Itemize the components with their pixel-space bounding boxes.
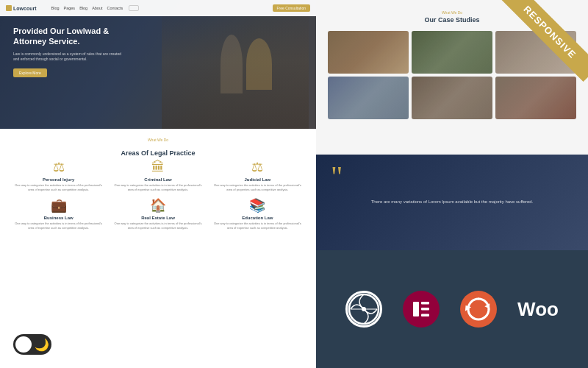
person-shape-1 bbox=[246, 38, 272, 90]
legal-item-judicial-law: ⚖ Judicial Law One way to categorize the… bbox=[211, 159, 304, 191]
hero-section: Lowcourt Blog Pages Blog About Contacts … bbox=[0, 0, 316, 129]
legal-item-real-estate: 🏠 Real Estate Law One way to categorize … bbox=[111, 197, 204, 230]
toggle-track[interactable]: 🌙 bbox=[13, 334, 51, 355]
areas-subtitle: What We Do bbox=[12, 138, 304, 142]
navigation: Lowcourt Blog Pages Blog About Contacts … bbox=[0, 0, 316, 16]
hero-content: Provided Our Lowlwad & Attorney Service.… bbox=[13, 26, 131, 77]
criminal-law-title: Criminal Law bbox=[111, 177, 204, 182]
elementor-badge bbox=[403, 291, 440, 328]
hero-description: Law is commonly understood as a system o… bbox=[13, 52, 123, 63]
nav-link-contacts[interactable]: Contacts bbox=[107, 6, 123, 10]
business-law-title: Business Law bbox=[12, 216, 105, 220]
business-law-icon: 💼 bbox=[51, 197, 67, 213]
logo-text: Lowcourt bbox=[13, 6, 37, 11]
testimonial-text: There are many variations of Lorem Ipsum… bbox=[371, 199, 534, 206]
judicial-law-icon: ⚖ bbox=[249, 159, 265, 175]
business-law-desc: One way to categorize the activities is … bbox=[12, 222, 105, 230]
criminal-law-icon: 🏛 bbox=[150, 159, 166, 175]
woocommerce-badge bbox=[460, 291, 497, 328]
personal-injury-desc: One way to categorize the activities is … bbox=[12, 183, 105, 191]
logo-icon bbox=[6, 5, 12, 11]
search-box[interactable] bbox=[129, 5, 139, 11]
nav-cta-button[interactable]: Free Consultation bbox=[273, 4, 310, 12]
svg-rect-3 bbox=[413, 302, 419, 316]
elementor-icon bbox=[403, 291, 440, 328]
testimonial-section: There are many variations of Lorem Ipsum… bbox=[316, 155, 588, 250]
education-law-title: Education Law bbox=[211, 216, 304, 220]
nav-links: Blog Pages Blog About Contacts bbox=[51, 6, 123, 10]
case-image-1 bbox=[328, 31, 409, 74]
judicial-law-desc: One way to categorize the activities is … bbox=[211, 183, 304, 191]
moon-icon: 🌙 bbox=[35, 338, 49, 352]
legal-item-business-law: 💼 Business Law One way to categorize the… bbox=[12, 197, 105, 230]
responsive-badge: RESPONSIVE bbox=[485, 0, 588, 103]
wordpress-badge bbox=[345, 291, 382, 328]
criminal-law-desc: One way to categorize the activities is … bbox=[111, 183, 204, 191]
real-estate-desc: One way to categorize the activities is … bbox=[111, 222, 204, 230]
hero-people bbox=[162, 16, 309, 129]
case-image-5 bbox=[412, 77, 492, 119]
toggle-thumb bbox=[15, 336, 32, 353]
hero-cta-button[interactable]: Explore More bbox=[13, 68, 47, 77]
left-panel: Lowcourt Blog Pages Blog About Contacts … bbox=[0, 0, 316, 368]
personal-injury-icon: ⚖ bbox=[51, 159, 67, 175]
case-image-2 bbox=[412, 31, 492, 74]
real-estate-icon: 🏠 bbox=[150, 197, 166, 213]
woocommerce-icon bbox=[460, 291, 497, 328]
legal-item-education-law: 📚 Education Law One way to categorize th… bbox=[211, 197, 304, 230]
case-image-4 bbox=[328, 77, 409, 119]
svg-rect-4 bbox=[421, 302, 429, 305]
person-shape-2 bbox=[220, 35, 243, 93]
wordpress-icon bbox=[345, 291, 382, 328]
site-logo: Lowcourt bbox=[6, 5, 37, 11]
responsive-badge-text: RESPONSIVE bbox=[500, 0, 588, 82]
real-estate-title: Real Estate Law bbox=[111, 216, 204, 220]
areas-title: Areas Of Legal Practice bbox=[12, 149, 304, 157]
legal-item-criminal-law: 🏛 Criminal Law One way to categorize the… bbox=[111, 159, 204, 191]
nav-link-blog[interactable]: Blog bbox=[51, 6, 60, 10]
svg-rect-5 bbox=[421, 308, 429, 311]
tech-section: Woo bbox=[316, 250, 588, 368]
legal-areas-section: What We Do Areas Of Legal Practice ⚖ Per… bbox=[0, 129, 316, 238]
judicial-law-title: Judicial Law bbox=[211, 177, 304, 182]
nav-link-pages[interactable]: Pages bbox=[64, 6, 76, 10]
woo-text-badge: Woo bbox=[517, 298, 559, 321]
nav-link-about[interactable]: About bbox=[92, 6, 102, 10]
education-law-icon: 📚 bbox=[249, 197, 265, 213]
main-container: Lowcourt Blog Pages Blog About Contacts … bbox=[0, 0, 588, 368]
hero-title: Provided Our Lowlwad & Attorney Service. bbox=[13, 26, 131, 47]
legal-grid: ⚖ Personal Injury One way to categorize … bbox=[12, 159, 304, 230]
dark-mode-toggle[interactable]: 🌙 bbox=[13, 334, 51, 355]
right-panel: RESPONSIVE What We Do Our Case Studies T… bbox=[316, 0, 588, 368]
personal-injury-title: Personal Injury bbox=[12, 177, 105, 182]
legal-item-personal-injury: ⚖ Personal Injury One way to categorize … bbox=[12, 159, 105, 191]
svg-rect-6 bbox=[421, 314, 429, 317]
woo-text: Woo bbox=[517, 298, 559, 321]
education-law-desc: One way to categorize the activities is … bbox=[211, 222, 304, 230]
nav-link-blog2[interactable]: Blog bbox=[79, 6, 87, 10]
